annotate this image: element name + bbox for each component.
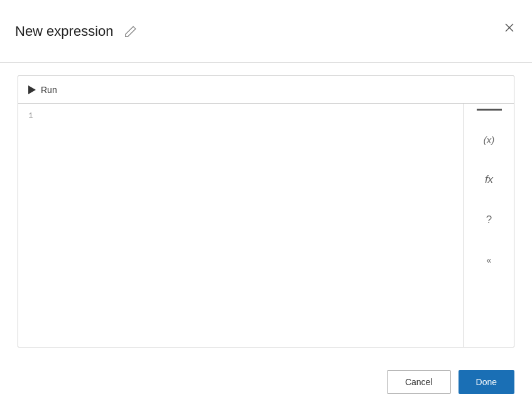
run-label: Run [41, 85, 57, 95]
run-icon [28, 85, 36, 94]
close-button[interactable] [502, 20, 517, 35]
panel-top-bar [477, 109, 502, 111]
cancel-button[interactable]: Cancel [387, 370, 451, 394]
line-number: 1 [28, 111, 453, 121]
help-button[interactable]: ? [470, 201, 508, 239]
editor-main: 1 (x) fx ? « [18, 104, 514, 347]
dialog: New expression Run [0, 0, 532, 404]
dialog-header: New expression [0, 0, 532, 63]
collapse-button[interactable]: « [470, 241, 508, 279]
functions-label: fx [485, 173, 493, 186]
sidebar-panel: (x) fx ? « [464, 104, 514, 347]
variables-label: (x) [484, 134, 495, 145]
code-area[interactable]: 1 [18, 104, 464, 347]
edit-icon[interactable] [124, 25, 138, 38]
dialog-body: Run 1 (x) fx ? [0, 63, 532, 360]
collapse-label: « [487, 255, 492, 265]
dialog-footer: Cancel Done [0, 360, 532, 404]
functions-button[interactable]: fx [470, 161, 508, 199]
help-label: ? [486, 214, 492, 226]
dialog-title: New expression [15, 23, 114, 40]
run-button[interactable]: Run [28, 85, 57, 95]
done-button[interactable]: Done [459, 370, 514, 394]
editor-toolbar: Run [18, 76, 514, 104]
variables-button[interactable]: (x) [470, 121, 508, 158]
editor-container: Run 1 (x) fx ? [18, 75, 514, 347]
